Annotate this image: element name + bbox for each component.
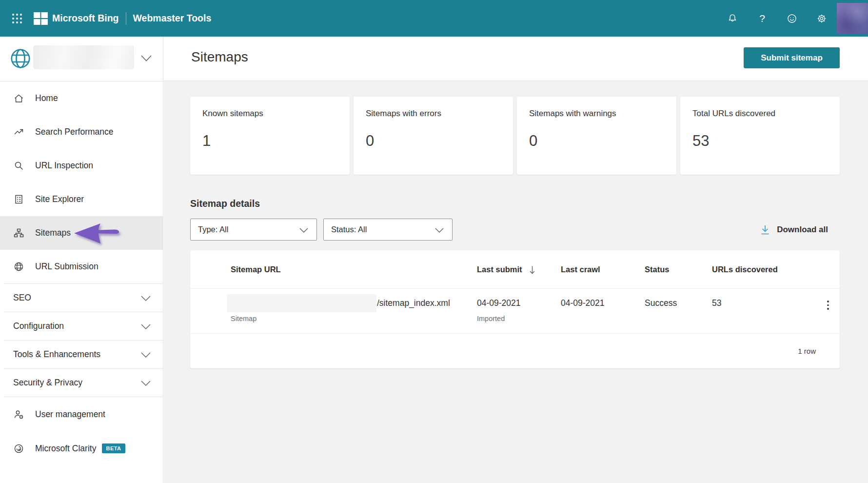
sidebar-item-label: URL Inspection	[35, 161, 93, 171]
stat-label: Known sitemaps	[202, 109, 350, 119]
sidebar-group-label: SEO	[13, 293, 31, 303]
trending-up-icon	[14, 127, 24, 137]
sidebar-item-microsoft-clarity[interactable]: Microsoft Clarity BETA	[0, 431, 163, 465]
site-selector[interactable]	[0, 37, 163, 81]
status-filter-value: Status: All	[331, 225, 367, 234]
stat-value: 1	[202, 132, 350, 150]
sidebar-group-label: Tools & Enhancements	[13, 349, 100, 360]
stat-label: Sitemaps with errors	[366, 109, 513, 119]
sidebar-item-url-submission[interactable]: URL Submission	[0, 250, 163, 283]
section-heading: Sitemap details	[190, 198, 840, 209]
chevron-down-icon	[141, 296, 151, 301]
type-filter-dropdown[interactable]: Type: All	[190, 219, 317, 241]
sidebar-group-label: Configuration	[13, 321, 64, 331]
clarity-icon	[14, 443, 24, 454]
settings-gear-icon[interactable]	[816, 13, 828, 24]
sidebar-item-label: Home	[35, 93, 58, 103]
sidebar-group-security-privacy[interactable]: Security & Privacy	[0, 369, 163, 397]
stat-card-sitemaps-with-errors: Sitemaps with errors 0	[354, 97, 513, 175]
sidebar-item-user-management[interactable]: User management	[0, 397, 163, 431]
help-icon[interactable]: ?	[756, 13, 768, 24]
cell-urls-discovered: 53	[712, 289, 816, 333]
column-header-sitemap-url[interactable]: Sitemap URL	[231, 250, 477, 288]
table-footer: 1 row	[190, 334, 840, 368]
magnifier-icon	[14, 161, 24, 171]
column-header-status[interactable]: Status	[645, 250, 712, 288]
stat-value: 53	[692, 132, 840, 150]
submit-note: Imported	[477, 315, 561, 322]
stat-label: Sitemaps with warnings	[529, 109, 676, 119]
download-all-button[interactable]: Download all	[761, 225, 828, 235]
submit-sitemap-button[interactable]: Submit sitemap	[744, 47, 840, 68]
document-list-icon	[14, 194, 24, 204]
cell-status: Success	[645, 289, 712, 333]
row-count: 1 row	[798, 347, 816, 355]
stat-card-known-sitemaps: Known sitemaps 1	[190, 97, 350, 175]
cell-sitemap-url: /sitemap_index.xml Sitemap	[231, 289, 477, 333]
sidebar-item-label: Site Explorer	[35, 194, 84, 204]
beta-badge: BETA	[102, 443, 125, 453]
notifications-bell-icon[interactable]	[727, 13, 738, 24]
sidebar-item-label: User management	[35, 409, 105, 420]
top-app-bar: Microsoft Bing Webmaster Tools ?	[0, 0, 868, 37]
chevron-down-icon	[435, 228, 444, 233]
sitemap-type: Sitemap	[231, 315, 477, 322]
sidebar-group-label: Security & Privacy	[13, 378, 82, 388]
sidebar-item-label: Search Performance	[35, 127, 114, 137]
sort-descending-icon	[530, 266, 535, 274]
globe-icon	[14, 262, 24, 272]
sidebar-item-url-inspection[interactable]: URL Inspection	[0, 149, 163, 182]
chevron-down-icon	[141, 55, 152, 61]
table-header-row: Sitemap URL Last submit Last crawl Statu…	[190, 250, 840, 289]
annotation-arrow	[74, 221, 120, 246]
app-launcher-icon[interactable]	[11, 13, 23, 24]
chevron-down-icon	[141, 352, 151, 358]
sidebar-item-label: Microsoft Clarity	[35, 443, 96, 454]
status-value: Success	[645, 298, 677, 308]
sidebar-item-site-explorer[interactable]: Site Explorer	[0, 182, 163, 216]
sitemap-url-suffix: /sitemap_index.xml	[377, 298, 450, 308]
feedback-smiley-icon[interactable]	[786, 13, 798, 24]
table-row[interactable]: /sitemap_index.xml Sitemap 04-09-2021 Im…	[190, 289, 840, 334]
bing-brand[interactable]: Microsoft Bing	[34, 12, 119, 25]
sitemaps-table: Sitemap URL Last submit Last crawl Statu…	[190, 250, 840, 368]
page-header: Sitemaps Submit sitemap	[164, 37, 868, 81]
brand-name: Microsoft Bing	[52, 13, 119, 24]
row-actions-kebab[interactable]	[816, 289, 840, 333]
sidebar-item-home[interactable]: Home	[0, 81, 163, 115]
type-filter-value: Type: All	[198, 225, 228, 234]
chevron-down-icon	[141, 381, 151, 386]
stats-row: Known sitemaps 1 Sitemaps with errors 0 …	[190, 97, 840, 175]
status-filter-dropdown[interactable]: Status: All	[323, 219, 453, 241]
download-all-label: Download all	[777, 225, 828, 235]
download-icon	[761, 225, 769, 235]
user-avatar[interactable]	[837, 3, 868, 34]
sidebar-group-seo[interactable]: SEO	[0, 284, 163, 312]
chevron-down-icon	[299, 228, 308, 233]
sitemap-url-redacted	[227, 294, 376, 312]
column-header-last-crawl[interactable]: Last crawl	[561, 250, 645, 288]
site-name-redacted	[33, 45, 134, 69]
sidebar-item-label: URL Submission	[35, 262, 99, 272]
stat-value: 0	[529, 132, 676, 150]
page-title: Sitemaps	[191, 49, 248, 65]
sidebar-group-configuration[interactable]: Configuration	[0, 312, 163, 340]
sitemap-icon	[14, 228, 24, 238]
product-name: Webmaster Tools	[133, 13, 212, 24]
column-header-urls-discovered[interactable]: URLs discovered	[712, 250, 816, 288]
main-area: Sitemaps Submit sitemap Known sitemaps 1…	[164, 37, 868, 483]
sidebar-item-search-performance[interactable]: Search Performance	[0, 115, 163, 149]
site-globe-icon	[10, 48, 31, 69]
page-content: Known sitemaps 1 Sitemaps with errors 0 …	[164, 81, 868, 483]
stat-value: 0	[366, 132, 513, 150]
stat-card-sitemaps-with-warnings: Sitemaps with warnings 0	[517, 97, 676, 175]
stat-label: Total URLs discovered	[692, 109, 840, 119]
microsoft-logo-icon	[34, 12, 48, 25]
sidebar-item-label: Sitemaps	[35, 228, 71, 238]
column-header-last-submit[interactable]: Last submit	[477, 250, 561, 288]
brand-divider	[126, 12, 126, 25]
sidebar: Home Search Performance URL Inspection S…	[0, 37, 163, 483]
home-icon	[14, 93, 24, 103]
stat-card-total-urls-discovered: Total URLs discovered 53	[680, 97, 840, 175]
sidebar-group-tools-enhancements[interactable]: Tools & Enhancements	[0, 341, 163, 368]
